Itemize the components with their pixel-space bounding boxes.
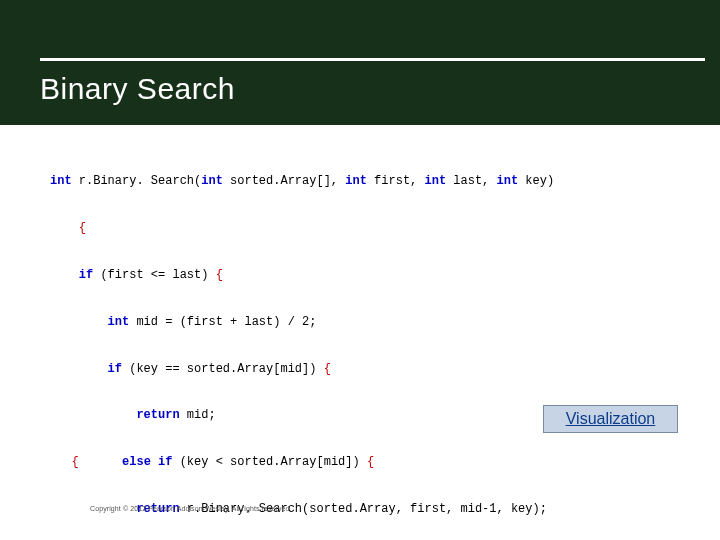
param: key) [518,174,554,188]
code-line: if (first <= last) { [50,264,690,287]
copyright: Copyright © 2012 Pearson Addison-Wesley.… [90,505,292,512]
content: int r.Binary. Search(int sorted.Array[],… [0,125,720,540]
kw-elseif: else if [122,455,172,469]
kw-int: int [201,174,223,188]
param: first, [367,174,425,188]
code-line: int r.Binary. Search(int sorted.Array[],… [50,170,690,193]
code-line: { [50,217,690,240]
code-line: { else if (key < sorted.Array[mid]) { [50,451,690,474]
stmt: mid = (first + last) / 2; [129,315,316,329]
brace: { [324,362,331,376]
header: Binary Search [0,0,720,125]
op: <= [151,268,165,282]
kw-return: return [136,408,179,422]
cond: (key == sorted.Array[mid]) [122,362,324,376]
kw-int: int [424,174,446,188]
kw-if: if [108,362,122,376]
fn-name: r.Binary. Search( [72,174,202,188]
param: last, [446,174,496,188]
cond: last) [165,268,215,282]
slide-title: Binary Search [40,72,235,106]
kw-if: if [79,268,93,282]
cond: (first [93,268,151,282]
header-rule [40,58,705,61]
brace: { [367,455,374,469]
visualization-link[interactable]: Visualization [543,405,678,433]
param: sorted.Array[], [223,174,345,188]
code-block: int r.Binary. Search(int sorted.Array[],… [50,147,690,540]
brace: { [79,221,86,235]
kw-int: int [50,174,72,188]
kw-int: int [108,315,130,329]
kw-int: int [497,174,519,188]
stmt: mid; [180,408,216,422]
cond: (key < sorted.Array[mid]) [172,455,366,469]
brace: { [216,268,223,282]
code-line: if (key == sorted.Array[mid]) { [50,358,690,381]
kw-int: int [345,174,367,188]
slide: Binary Search int r.Binary. Search(int s… [0,0,720,540]
brace: { [72,455,79,469]
code-line: int mid = (first + last) / 2; [50,311,690,334]
